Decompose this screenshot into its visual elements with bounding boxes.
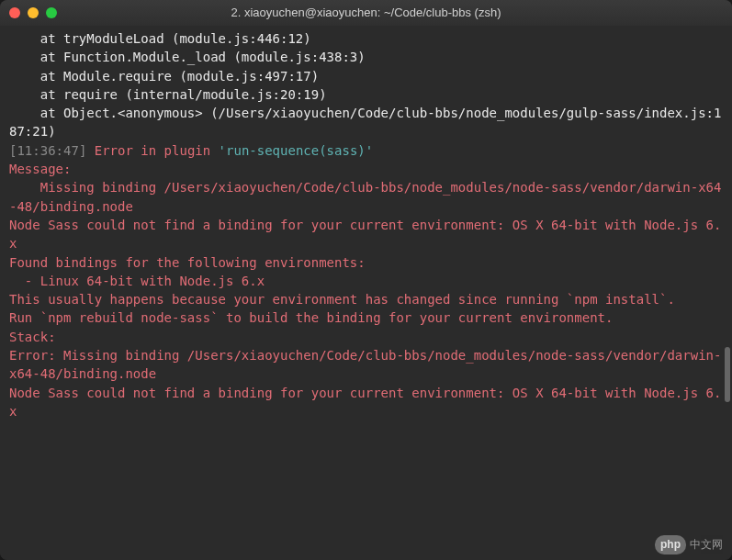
- watermark: php 中文网: [655, 535, 723, 554]
- env-line: - Linux 64-bit with Node.js 6.x: [9, 272, 723, 290]
- quote: ': [366, 143, 373, 158]
- message-header: Message:: [9, 160, 723, 178]
- maximize-icon[interactable]: [46, 7, 57, 18]
- stack-line: at Module.require (module.js:497:17): [9, 67, 723, 85]
- close-icon[interactable]: [9, 7, 20, 18]
- stack-line: at require (internal/module.js:20:19): [9, 85, 723, 104]
- timestamp: 11:36:47: [17, 143, 78, 158]
- terminal-window: 2. xiaoyuchen@xiaoyuchen: ~/Code/club-bb…: [0, 0, 732, 560]
- found-header: Found bindings for the following environ…: [9, 253, 723, 272]
- hint-line: Run `npm rebuild node-sass` to build the…: [9, 308, 723, 327]
- error-line: Node Sass could not find a binding for y…: [9, 384, 723, 421]
- minimize-icon[interactable]: [28, 7, 39, 18]
- stack-line: at tryModuleLoad (module.js:446:12): [9, 29, 723, 48]
- message-body: Missing binding /Users/xiaoyuchen/Code/c…: [9, 178, 723, 216]
- stack-error: Error: Missing binding /Users/xiaoyuchen…: [9, 346, 723, 384]
- log-line: [11:36:47] Error in plugin 'run-sequence…: [9, 141, 723, 160]
- stack-line: at Function.Module._load (module.js:438:…: [9, 48, 723, 66]
- error-label: Error in plugin: [95, 143, 219, 158]
- scrollbar-thumb[interactable]: [725, 347, 730, 402]
- bracket: ]: [79, 143, 95, 158]
- error-line: Node Sass could not find a binding for y…: [9, 216, 723, 253]
- terminal-body[interactable]: at tryModuleLoad (module.js:446:12) at F…: [0, 26, 732, 560]
- quote: ': [219, 143, 226, 158]
- traffic-lights: [0, 7, 57, 18]
- titlebar[interactable]: 2. xiaoyuchen@xiaoyuchen: ~/Code/club-bb…: [0, 0, 732, 26]
- stack-line: at Object.<anonymous> (/Users/xiaoyuchen…: [9, 104, 723, 141]
- stack-header: Stack:: [9, 328, 723, 346]
- watermark-text: 中文网: [690, 537, 723, 553]
- hint-line: This usually happens because your enviro…: [9, 290, 723, 308]
- php-badge: php: [655, 535, 686, 554]
- window-title: 2. xiaoyuchen@xiaoyuchen: ~/Code/club-bb…: [0, 5, 732, 22]
- plugin-name: run-sequence(sass): [226, 143, 366, 158]
